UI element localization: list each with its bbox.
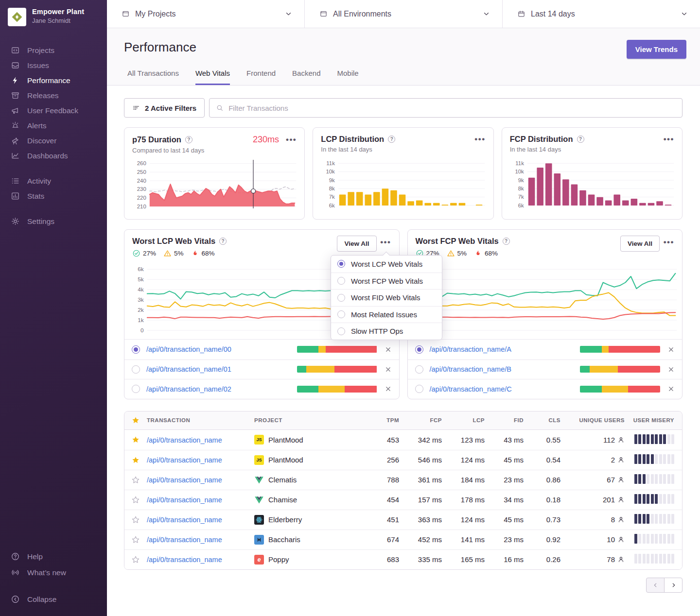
bar-segment xyxy=(297,386,319,393)
star-toggle[interactable] xyxy=(124,456,147,464)
user-misery-bar xyxy=(651,554,654,564)
view-all-button[interactable]: View All xyxy=(620,236,660,252)
sidebar-item-performance[interactable]: Performance xyxy=(0,73,107,88)
chevron-left-icon xyxy=(652,582,659,589)
transaction-link[interactable]: /api/0/transaction_name/02 xyxy=(146,385,231,393)
transaction-link[interactable]: /api/0/transaction_name/B xyxy=(430,365,511,373)
sidebar-item-discover[interactable]: Discover xyxy=(0,133,107,148)
transaction-link[interactable]: /api/0/transaction_name xyxy=(147,476,222,484)
table-row: /api/0/transaction_nameClematis788361 ms… xyxy=(124,470,682,490)
user-misery-bar xyxy=(651,474,654,484)
user-misery-bar xyxy=(655,434,658,444)
previous-page-button[interactable] xyxy=(646,578,665,593)
tab-mobile[interactable]: Mobile xyxy=(337,69,358,85)
transaction-link[interactable]: /api/0/transaction_name xyxy=(147,456,222,464)
tab-frontend[interactable]: Frontend xyxy=(246,69,276,85)
menu-item-worst-lcp-web-vitals[interactable]: Worst LCP Web Vitals xyxy=(331,256,442,273)
sidebar-item-releases[interactable]: Releases xyxy=(0,88,107,103)
close-icon[interactable] xyxy=(667,346,675,353)
transaction-link[interactable]: /api/0/transaction_name/00 xyxy=(146,345,231,353)
star-toggle[interactable] xyxy=(124,476,147,484)
project-filter-dropdown[interactable]: My Projects xyxy=(107,0,304,28)
user-misery-bars xyxy=(634,554,675,564)
card-menu-button[interactable]: ••• xyxy=(664,137,674,142)
panel-menu-button[interactable]: ••• xyxy=(380,240,391,245)
transaction-radio[interactable] xyxy=(415,345,423,354)
transaction-link[interactable]: /api/0/transaction_name/C xyxy=(430,385,512,393)
card-menu-button[interactable]: ••• xyxy=(474,137,485,142)
next-page-button[interactable] xyxy=(664,578,682,593)
svg-text:7k: 7k xyxy=(329,194,335,200)
star-toggle[interactable] xyxy=(124,515,147,524)
menu-item-most-related-issues[interactable]: Most Related Issues xyxy=(331,306,442,323)
transaction-link[interactable]: /api/0/transaction_name xyxy=(147,536,222,544)
column-header-cls: CLS xyxy=(524,417,560,423)
sidebar-item-collapse[interactable]: Collapse xyxy=(0,591,107,607)
sidebar-item-projects[interactable]: Projects xyxy=(0,43,107,58)
environment-filter-dropdown[interactable]: All Environments xyxy=(304,0,502,28)
star-icon xyxy=(131,535,140,544)
help-icon: ? xyxy=(185,136,192,143)
close-icon[interactable] xyxy=(385,346,392,353)
tab-all-transactions[interactable]: All Transactions xyxy=(127,69,179,85)
star-icon xyxy=(131,555,140,564)
transaction-link[interactable]: /api/0/transaction_name/01 xyxy=(146,365,231,373)
user-misery-bar xyxy=(671,534,674,544)
user-misery-cell xyxy=(625,454,682,465)
card-menu-button[interactable]: ••• xyxy=(286,137,297,143)
transaction-cell: /api/0/transaction_name xyxy=(147,496,254,504)
user-misery-bar xyxy=(667,554,670,564)
transaction-radio[interactable] xyxy=(415,365,423,374)
chevron-down-icon xyxy=(482,10,490,18)
transaction-link[interactable]: /api/0/transaction_name xyxy=(147,436,222,444)
user-misery-bars xyxy=(634,494,675,504)
close-icon[interactable] xyxy=(667,385,675,393)
org-switcher[interactable]: Empower Plant Jane Schmidt xyxy=(0,8,107,26)
view-all-button[interactable]: View All xyxy=(337,236,376,252)
transaction-radio[interactable] xyxy=(132,385,140,393)
sidebar-item-help[interactable]: Help xyxy=(0,548,107,565)
menu-item-worst-fcp-web-vitals[interactable]: Worst FCP Web Vitals xyxy=(331,273,442,290)
date-filter-dropdown[interactable]: Last 14 days xyxy=(502,0,700,28)
transaction-radio[interactable] xyxy=(132,345,140,354)
transaction-radio[interactable] xyxy=(415,385,423,393)
table-row: /api/0/transaction_nameePoppy683335 ms16… xyxy=(124,549,682,569)
tab-backend[interactable]: Backend xyxy=(292,69,320,85)
close-icon[interactable] xyxy=(385,385,392,393)
user-misery-bar xyxy=(671,554,674,564)
sidebar: Empower Plant Jane Schmidt ProjectsIssue… xyxy=(0,0,107,616)
column-header-unique-users: UNIQUE USERS xyxy=(560,417,625,423)
transaction-link[interactable]: /api/0/transaction_name/A xyxy=(430,345,511,353)
sidebar-item-what-s-new[interactable]: What’s new xyxy=(0,565,107,581)
menu-item-slow-http-ops[interactable]: Slow HTTP Ops xyxy=(331,323,442,340)
search-input[interactable] xyxy=(228,104,676,112)
sidebar-item-activity[interactable]: Activity xyxy=(0,173,107,188)
transaction-link[interactable]: /api/0/transaction_name xyxy=(147,496,222,504)
user-misery-bar xyxy=(638,454,641,464)
tab-web-vitals[interactable]: Web Vitals xyxy=(195,69,230,85)
sidebar-item-issues[interactable]: Issues xyxy=(0,58,107,73)
person-icon xyxy=(617,436,625,444)
sidebar-item-dashboards[interactable]: Dashboards xyxy=(0,148,107,163)
star-toggle[interactable] xyxy=(124,555,147,564)
user-misery-bar xyxy=(663,434,666,444)
close-icon[interactable] xyxy=(667,366,675,373)
p75-card-title: p75 Duration xyxy=(132,135,181,144)
sidebar-item-settings[interactable]: Settings xyxy=(0,214,107,229)
close-icon[interactable] xyxy=(385,366,392,373)
sidebar-item-stats[interactable]: Stats xyxy=(0,188,107,204)
transaction-radio[interactable] xyxy=(132,365,140,374)
table-row: /api/0/transaction_nameBaccharis674452 m… xyxy=(124,530,682,549)
panel-menu-button[interactable]: ••• xyxy=(664,240,674,245)
svg-text:9k: 9k xyxy=(329,177,335,183)
sidebar-item-user-feedback[interactable]: User Feedback xyxy=(0,103,107,118)
transaction-link[interactable]: /api/0/transaction_name xyxy=(147,516,222,524)
active-filters-button[interactable]: 2 Active Filters xyxy=(124,98,205,118)
menu-item-worst-fid-web-vitals[interactable]: Worst FID Web Vitals xyxy=(331,289,442,306)
star-toggle[interactable] xyxy=(124,535,147,544)
star-toggle[interactable] xyxy=(124,435,147,444)
view-trends-button[interactable]: View Trends xyxy=(627,40,686,59)
transaction-link[interactable]: /api/0/transaction_name xyxy=(147,556,222,564)
star-toggle[interactable] xyxy=(124,496,147,504)
sidebar-item-alerts[interactable]: Alerts xyxy=(0,118,107,133)
